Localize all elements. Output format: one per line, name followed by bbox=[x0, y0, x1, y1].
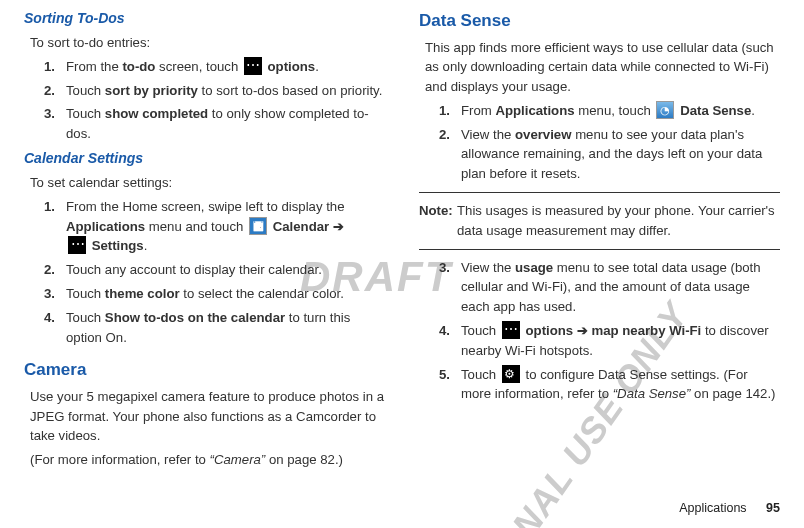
item-body: From Applications menu, touch Data Sense… bbox=[461, 101, 780, 121]
sorting-list: 1. From the to-do screen, touch options.… bbox=[44, 57, 385, 144]
heading-data-sense: Data Sense bbox=[419, 8, 780, 34]
page-content: Sorting To-Dos To sort to-do entries: 1.… bbox=[24, 8, 780, 474]
camera-paragraph-2: (For more information, refer to “Camera”… bbox=[30, 450, 385, 470]
left-column: Sorting To-Dos To sort to-do entries: 1.… bbox=[24, 8, 385, 474]
calendar-icon bbox=[249, 217, 267, 235]
datasense-list-a: 1. From Applications menu, touch Data Se… bbox=[439, 101, 780, 184]
list-item: 2. View the overview menu to see your da… bbox=[439, 125, 780, 184]
more-icon bbox=[502, 321, 520, 339]
camera-paragraph-1: Use your 5 megapixel camera feature to p… bbox=[30, 387, 385, 446]
item-number: 4. bbox=[44, 308, 66, 348]
item-number: 1. bbox=[439, 101, 461, 121]
list-item: 3. Touch show completed to only show com… bbox=[44, 104, 385, 144]
list-item: 5. Touch to configure Data Sense setting… bbox=[439, 365, 780, 405]
datasense-paragraph: This app finds more efficient ways to us… bbox=[425, 38, 780, 97]
item-body: Touch show completed to only show comple… bbox=[66, 104, 385, 144]
list-item: 2. Touch any account to display their ca… bbox=[44, 260, 385, 280]
divider bbox=[419, 249, 780, 250]
sorting-intro: To sort to-do entries: bbox=[30, 33, 385, 53]
note-body: This usages is measured by your phone. Y… bbox=[457, 201, 780, 241]
item-body: View the usage menu to see total data us… bbox=[461, 258, 780, 317]
list-item: 1. From Applications menu, touch Data Se… bbox=[439, 101, 780, 121]
calendar-intro: To set calendar settings: bbox=[30, 173, 385, 193]
item-number: 2. bbox=[439, 125, 461, 184]
list-item: 4. Touch Show to-dos on the calendar to … bbox=[44, 308, 385, 348]
list-item: 1. From the to-do screen, touch options. bbox=[44, 57, 385, 77]
note-label: Note: bbox=[419, 201, 457, 241]
heading-calendar-settings: Calendar Settings bbox=[24, 148, 385, 169]
footer-label: Applications bbox=[679, 501, 746, 515]
item-number: 2. bbox=[44, 260, 66, 280]
datasense-icon bbox=[656, 101, 674, 119]
item-body: Touch options ➔ map nearby Wi-Fi to disc… bbox=[461, 321, 780, 361]
item-number: 3. bbox=[439, 258, 461, 317]
item-body: From the Home screen, swipe left to disp… bbox=[66, 197, 385, 256]
more-icon bbox=[244, 57, 262, 75]
heading-sorting-todos: Sorting To-Dos bbox=[24, 8, 385, 29]
item-body: Touch sort by priority to sort to-dos ba… bbox=[66, 81, 385, 101]
gear-icon bbox=[502, 365, 520, 383]
more-icon bbox=[68, 236, 86, 254]
item-number: 3. bbox=[44, 104, 66, 144]
datasense-list-b: 3. View the usage menu to see total data… bbox=[439, 258, 780, 405]
divider bbox=[419, 192, 780, 193]
item-number: 5. bbox=[439, 365, 461, 405]
item-body: Touch to configure Data Sense settings. … bbox=[461, 365, 780, 405]
list-item: 3. Touch theme color to select the calen… bbox=[44, 284, 385, 304]
item-body: Touch theme color to select the calendar… bbox=[66, 284, 385, 304]
item-body: View the overview menu to see your data … bbox=[461, 125, 780, 184]
list-item: 1. From the Home screen, swipe left to d… bbox=[44, 197, 385, 256]
list-item: 4. Touch options ➔ map nearby Wi-Fi to d… bbox=[439, 321, 780, 361]
calendar-list: 1. From the Home screen, swipe left to d… bbox=[44, 197, 385, 348]
note-block: Note: This usages is measured by your ph… bbox=[419, 201, 780, 241]
heading-camera: Camera bbox=[24, 357, 385, 383]
list-item: 3. View the usage menu to see total data… bbox=[439, 258, 780, 317]
item-body: Touch Show to-dos on the calendar to tur… bbox=[66, 308, 385, 348]
item-number: 2. bbox=[44, 81, 66, 101]
item-body: From the to-do screen, touch options. bbox=[66, 57, 385, 77]
item-number: 1. bbox=[44, 197, 66, 256]
page-footer: Applications 95 bbox=[679, 499, 780, 518]
item-number: 1. bbox=[44, 57, 66, 77]
item-number: 3. bbox=[44, 284, 66, 304]
item-number: 4. bbox=[439, 321, 461, 361]
item-body: Touch any account to display their calen… bbox=[66, 260, 385, 280]
right-column: Data Sense This app finds more efficient… bbox=[419, 8, 780, 474]
list-item: 2. Touch sort by priority to sort to-dos… bbox=[44, 81, 385, 101]
page-number: 95 bbox=[766, 501, 780, 515]
